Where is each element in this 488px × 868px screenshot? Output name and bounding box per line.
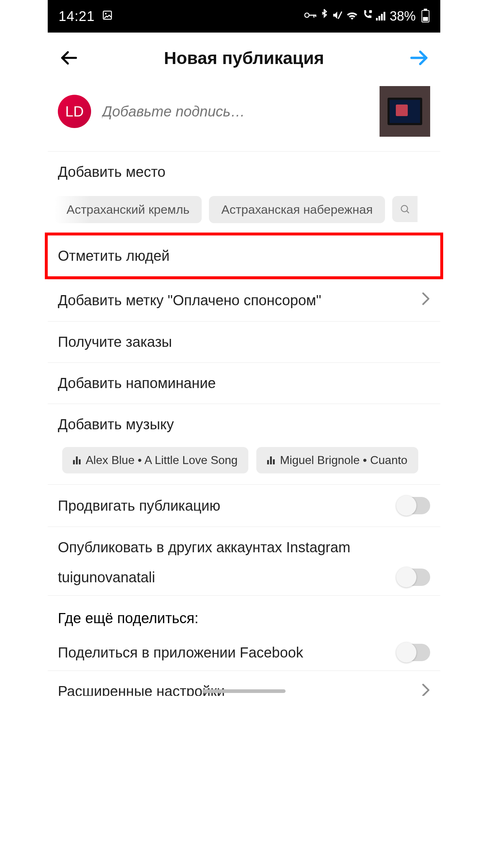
thumbnail-content <box>388 98 422 125</box>
bluetooth-icon <box>320 9 328 24</box>
other-accounts-label: Опубликовать в других аккаунтах Instagra… <box>58 539 350 556</box>
music-chip-label: Miguel Brignole • Cuanto <box>280 454 407 467</box>
status-right: 38% <box>304 9 429 24</box>
music-bars-icon <box>267 456 275 464</box>
share-elsewhere-header: Где ещё поделиться: <box>48 595 440 634</box>
arrow-left-icon <box>59 48 78 68</box>
chevron-right-icon <box>421 292 430 309</box>
svg-rect-3 <box>309 15 316 16</box>
add-location-label: Добавить место <box>58 164 166 180</box>
tag-people-label: Отметить людей <box>58 248 170 264</box>
location-suggestions: Астраханский кремль Астраханская набереж… <box>48 192 440 233</box>
boost-post-row: Продвигать публикацию <box>48 484 440 527</box>
svg-rect-11 <box>384 12 385 21</box>
location-chip[interactable]: Астраханский кремль <box>54 196 202 223</box>
signal-icon <box>376 9 386 24</box>
page-title: Новая публикация <box>164 48 324 68</box>
svg-rect-4 <box>313 15 314 18</box>
app-screen: 14:21 38% <box>48 0 440 696</box>
account-row: tuigunovanatali <box>48 559 440 595</box>
advanced-settings-label: Расширенные настройки <box>58 683 225 696</box>
caption-input[interactable] <box>102 103 369 120</box>
boost-post-toggle[interactable] <box>398 497 430 514</box>
status-time: 14:21 <box>59 9 95 24</box>
add-music-label: Добавить музыку <box>58 416 174 433</box>
svg-line-15 <box>407 211 409 213</box>
paid-partnership-label: Добавить метку "Оплачено спонсором" <box>58 292 321 309</box>
boost-post-label: Продвигать публикацию <box>58 498 220 514</box>
media-thumbnail[interactable] <box>380 86 430 137</box>
add-reminder-label: Добавить напоминание <box>58 375 216 391</box>
battery-percent: 38% <box>390 9 416 24</box>
tag-people-row[interactable]: Отметить людей <box>48 235 440 276</box>
add-reminder-row[interactable]: Добавить напоминание <box>48 362 440 404</box>
share-facebook-toggle[interactable] <box>398 644 430 661</box>
arrow-right-icon <box>409 47 430 68</box>
volte-icon <box>361 9 372 24</box>
music-bars-icon <box>73 456 81 464</box>
music-suggestions: Alex Blue • A Little Love Song Miguel Br… <box>48 445 440 484</box>
add-location-row[interactable]: Добавить место <box>48 151 440 192</box>
image-indicator-icon <box>102 10 113 23</box>
caption-row: LD <box>48 83 440 151</box>
get-orders-label: Получите заказы <box>58 334 172 350</box>
next-button[interactable] <box>408 47 430 69</box>
avatar[interactable]: LD <box>58 95 91 128</box>
back-button[interactable] <box>58 47 80 69</box>
account-toggle[interactable] <box>398 569 430 586</box>
wifi-icon <box>346 9 358 24</box>
music-chip[interactable]: Miguel Brignole • Cuanto <box>256 447 418 473</box>
app-header: Новая публикация <box>48 33 440 83</box>
other-accounts-header: Опубликовать в других аккаунтах Instagra… <box>48 527 440 559</box>
share-elsewhere-label: Где ещё поделиться: <box>58 610 198 626</box>
mute-vibrate-icon <box>332 9 343 24</box>
get-orders-row[interactable]: Получите заказы <box>48 321 440 362</box>
svg-rect-9 <box>378 16 380 21</box>
location-chip-more[interactable] <box>392 196 418 222</box>
svg-line-6 <box>338 12 342 19</box>
search-icon <box>399 204 410 214</box>
battery-icon <box>421 10 429 22</box>
share-facebook-row: Поделиться в приложении Facebook <box>48 634 440 671</box>
music-chip[interactable]: Alex Blue • A Little Love Song <box>62 447 248 473</box>
android-gesture-bar <box>202 689 286 693</box>
svg-rect-8 <box>376 18 378 21</box>
paid-partnership-row[interactable]: Добавить метку "Оплачено спонсором" <box>48 279 440 321</box>
svg-rect-10 <box>381 14 383 20</box>
account-name: tuigunovanatali <box>58 569 155 586</box>
status-left: 14:21 <box>59 9 113 24</box>
svg-point-1 <box>105 13 107 14</box>
svg-point-14 <box>401 205 408 212</box>
music-chip-label: Alex Blue • A Little Love Song <box>86 454 237 467</box>
add-music-row[interactable]: Добавить музыку <box>48 404 440 445</box>
share-facebook-label: Поделиться в приложении Facebook <box>58 644 303 661</box>
svg-point-2 <box>305 13 309 17</box>
android-status-bar: 14:21 38% <box>48 0 440 33</box>
vpn-key-icon <box>304 9 317 24</box>
svg-rect-7 <box>369 10 372 13</box>
chevron-right-icon <box>421 683 430 696</box>
location-chip[interactable]: Астраханская набережная <box>209 196 385 223</box>
svg-rect-5 <box>315 15 316 17</box>
tag-people-highlight: Отметить людей <box>45 233 443 279</box>
